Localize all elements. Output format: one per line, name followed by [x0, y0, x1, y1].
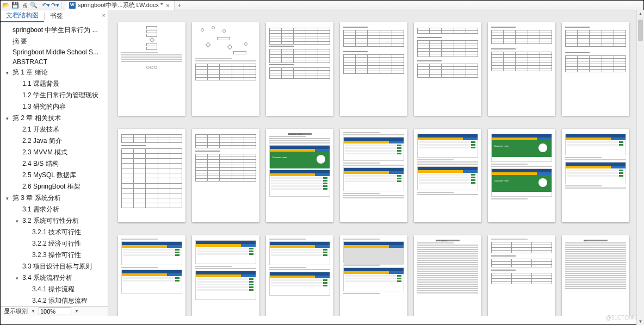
table — [121, 134, 182, 143]
page-thumb[interactable] — [414, 22, 481, 116]
scroll-down-icon[interactable]: ▼ — [637, 317, 644, 325]
folder-open-icon[interactable]: 📂 — [2, 1, 10, 10]
outline-item[interactable]: 3.1 需求分析 — [1, 204, 108, 215]
outline-item[interactable]: ▾3.2 系统可行性分析 — [1, 215, 108, 227]
twist-icon: ▾ — [6, 70, 11, 76]
scroll-thumb[interactable] — [638, 20, 643, 41]
outline-label: 2.5 MySQL 数据库 — [22, 171, 76, 180]
screenshot — [269, 272, 330, 296]
table — [121, 148, 182, 208]
page-thumb[interactable] — [266, 235, 333, 316]
table — [565, 55, 626, 72]
page-thumb[interactable] — [414, 129, 481, 222]
outline-item[interactable]: ABSTRACT — [1, 57, 108, 67]
outline-item[interactable]: 摘 要 — [1, 36, 108, 47]
titlebar: 📂 💾 🖨 🔍 ↶▾ ↷▾ springboot中学...系统 LW.docx … — [1, 1, 643, 10]
outline-item[interactable]: Springboot Middle School S... — [1, 47, 108, 57]
outline-label: 摘 要 — [13, 37, 27, 46]
print-icon[interactable]: 🖨 — [20, 1, 29, 10]
heading: 第 3 章 系统分析需求 — [288, 133, 312, 135]
page-thumb[interactable] — [488, 235, 555, 316]
dropdown-icon[interactable]: ▼ — [31, 309, 35, 314]
page-thumb[interactable] — [192, 129, 259, 222]
screenshot — [195, 240, 256, 264]
page-thumb[interactable] — [118, 235, 185, 316]
outline-item[interactable]: ▾第 2 章 相关技术 — [1, 112, 108, 124]
page-thumb[interactable] — [118, 129, 185, 222]
outline-item[interactable]: 3.4.2 添加信息流程 — [1, 295, 108, 306]
undo-icon[interactable]: ↶▾ — [41, 1, 50, 10]
twist-icon: ▾ — [6, 116, 11, 121]
redo-icon[interactable]: ↷▾ — [51, 1, 59, 10]
outline-item[interactable]: 2.5 MySQL 数据库 — [1, 170, 108, 181]
page-thumb[interactable] — [340, 129, 407, 222]
outline-label: 第 3 章 系统分析 — [13, 193, 61, 203]
screenshot — [269, 241, 330, 265]
page-thumb[interactable] — [118, 22, 185, 116]
outline-label: 2.4 B/S 结构 — [22, 159, 59, 168]
screenshot — [343, 167, 404, 191]
twist-icon: ▾ — [16, 276, 21, 281]
page-thumb[interactable]: Customer reten Customer reten — [488, 129, 555, 222]
outline-item[interactable]: 3.2.1 技术可行性 — [1, 227, 108, 238]
tab-structure[interactable]: 文档结构图 — [1, 10, 44, 22]
preview-icon[interactable]: 🔍 — [29, 1, 38, 10]
page-thumb[interactable] — [192, 235, 259, 316]
page-thumb[interactable]: 第 3 章 系统分析需求 Customer reten — [266, 129, 333, 222]
outline-item[interactable]: 1.1 课题背景 — [1, 78, 108, 90]
outline-item[interactable]: 2.4 B/S 结构 — [1, 158, 108, 170]
heading: 结 论 — [584, 240, 608, 241]
screenshot — [343, 137, 404, 161]
close-sidebar-icon[interactable]: × — [102, 12, 106, 18]
outline-item[interactable]: 3.3 项目设计目标与原则 — [1, 261, 108, 272]
screenshot — [195, 271, 256, 300]
page-thumb[interactable] — [192, 22, 259, 116]
word-doc-icon — [69, 2, 76, 9]
page-thumb[interactable] — [488, 22, 555, 116]
outline-label: 3.2 系统可行性分析 — [22, 216, 79, 226]
page-thumb[interactable]: 第 5章 系统 测试 — [414, 235, 481, 316]
outline-label: 3.2.1 技术可行性 — [32, 228, 81, 237]
scroll-up-icon[interactable]: ▲ — [637, 10, 644, 17]
table — [195, 134, 256, 148]
zoom-select[interactable] — [39, 307, 71, 315]
outline-label: 第 2 章 相关技术 — [13, 114, 61, 123]
outline-item[interactable]: 2.2 Java 简介 — [1, 135, 108, 147]
page-thumb[interactable] — [340, 235, 407, 316]
outline-item[interactable]: ▾3.4 系统流程分析 — [1, 272, 108, 284]
vertical-scrollbar[interactable]: ▲ ▼ — [636, 10, 644, 325]
page-thumb[interactable] — [562, 129, 629, 222]
outline-item[interactable]: 2.3 MVVM 模式 — [1, 147, 108, 158]
tab-bookmark[interactable]: 书签 — [45, 10, 69, 22]
add-tab-button[interactable]: + — [175, 1, 184, 10]
dropdown-icon[interactable]: ▼ — [75, 309, 79, 314]
outline-item[interactable]: 1.3 研究的内容 — [1, 101, 108, 112]
close-tab-icon[interactable]: × — [166, 2, 169, 9]
outline-item[interactable]: 1.2 学生日常行为管理现状 — [1, 90, 108, 101]
save-icon[interactable]: 💾 — [11, 1, 20, 10]
outline-item[interactable]: 2.6 SpringBoot 框架 — [1, 181, 108, 192]
sidebar-tabs: 文档结构图 书签 × — [1, 10, 108, 22]
page-thumb[interactable] — [340, 22, 407, 116]
thumbnail-grid[interactable]: 第 3 章 系统分析需求 Customer reten Customer ret… — [108, 10, 643, 316]
document-tab[interactable]: springboot中学...系统 LW.docx * × — [65, 1, 175, 10]
tab-strip: springboot中学...系统 LW.docx * × + — [65, 1, 184, 10]
screenshot — [343, 241, 404, 263]
page-thumb[interactable]: 结 论 — [562, 235, 629, 316]
screenshot — [269, 170, 330, 197]
table — [269, 67, 330, 79]
outline-item[interactable]: springboot 中学生日常行为 ... — [1, 24, 108, 36]
outline-item[interactable]: 3.2.2 经济可行性 — [1, 238, 108, 249]
outline-label: 第 1 章 绪论 — [13, 68, 48, 77]
outline-item[interactable]: 3.4.1 操作流程 — [1, 284, 108, 295]
outline-label: 2.6 SpringBoot 框架 — [22, 182, 81, 191]
outline-tree: springboot 中学生日常行为 ...摘 要Springboot Midd… — [1, 22, 108, 306]
outline-item[interactable]: 3.2.3 操作可行性 — [1, 249, 108, 261]
er-diagram — [195, 26, 256, 58]
outline-item[interactable]: ▾第 1 章 绪论 — [1, 67, 108, 78]
outline-item[interactable]: ▾第 3 章 系统分析 — [1, 192, 108, 204]
screenshot — [121, 270, 182, 293]
page-thumb[interactable] — [266, 22, 333, 116]
outline-item[interactable]: 2.1 开发技术 — [1, 124, 108, 135]
page-thumb[interactable] — [562, 22, 629, 116]
